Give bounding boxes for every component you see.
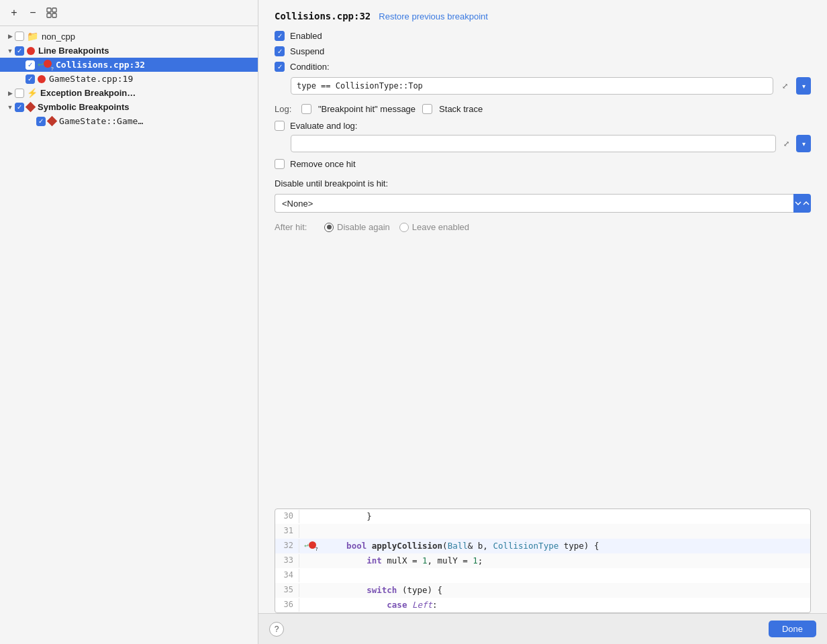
eval-label-row: Evaluate and log: bbox=[275, 121, 811, 131]
eval-input[interactable] bbox=[291, 135, 776, 152]
breakpoint-dot-icon bbox=[27, 47, 35, 55]
checkbox-line-bp[interactable] bbox=[15, 46, 24, 56]
code-line-31: 31 bbox=[275, 524, 810, 539]
tree-label-gamestate-game: GameState::Game… bbox=[59, 116, 143, 126]
tree-item-non-cpp[interactable]: 📁 non_cpp bbox=[0, 29, 258, 44]
log-row: Log: "Breakpoint hit" message Stack trac… bbox=[275, 104, 811, 114]
disclosure-exception bbox=[5, 89, 15, 98]
checkbox-exception-bp[interactable] bbox=[15, 89, 24, 98]
main-container: + − 📁 non_cpp bbox=[0, 0, 827, 644]
suspend-checkbox[interactable] bbox=[275, 46, 285, 56]
lightning-icon: ⚡ bbox=[27, 88, 38, 98]
stack-trace-checkbox[interactable] bbox=[422, 104, 432, 114]
tree-item-gamestate-game[interactable]: GameState::Game… bbox=[0, 114, 258, 128]
line-number-34: 34 bbox=[275, 569, 299, 582]
enabled-row: Enabled bbox=[275, 31, 811, 41]
checkbox-symbolic-bp[interactable] bbox=[15, 103, 24, 112]
breakpoint-hit-checkbox[interactable] bbox=[301, 104, 311, 114]
leave-enabled-option[interactable]: Leave enabled bbox=[399, 222, 469, 232]
condition-input[interactable] bbox=[291, 77, 773, 95]
checkbox-non-cpp[interactable] bbox=[15, 32, 24, 41]
eval-dropdown-button[interactable]: ▾ bbox=[796, 135, 811, 152]
svg-rect-2 bbox=[47, 13, 51, 17]
right-content: Collisions.cpp:32 Restore previous break… bbox=[258, 0, 827, 508]
done-button[interactable]: Done bbox=[769, 621, 816, 637]
tree-label-gamestate-cpp: GameState.cpp:19 bbox=[49, 74, 133, 84]
code-line-34: 34 bbox=[275, 568, 810, 583]
svg-rect-1 bbox=[52, 8, 56, 12]
leave-enabled-radio[interactable] bbox=[399, 223, 409, 232]
line-number-33: 33 bbox=[275, 554, 299, 567]
line-code-33: int mulX = 1, mulY = 1; bbox=[321, 554, 483, 568]
left-toolbar: + − bbox=[0, 0, 258, 26]
enabled-label: Enabled bbox=[290, 31, 322, 41]
disable-until-dropdown[interactable] bbox=[793, 194, 811, 213]
code-line-36: 36 case Left: bbox=[275, 598, 810, 612]
eval-row: Evaluate and log: ⤢ ▾ bbox=[275, 121, 811, 152]
tree-item-symbolic-bp[interactable]: Symbolic Breakpoints bbox=[0, 100, 258, 114]
remove-button[interactable]: − bbox=[26, 5, 40, 20]
line-code-35: switch (type) { bbox=[321, 584, 442, 597]
line-code-32: bool applyCollision(Ball& b, CollisionTy… bbox=[321, 539, 599, 553]
options-button[interactable] bbox=[44, 5, 59, 20]
remove-checkbox[interactable] bbox=[275, 159, 285, 169]
eval-label: Evaluate and log: bbox=[290, 121, 357, 131]
disable-again-option[interactable]: Disable again bbox=[324, 222, 390, 232]
line-number-32: 32 bbox=[275, 539, 299, 552]
line-number-30: 30 bbox=[275, 510, 299, 523]
condition-field: ⤢ ▾ bbox=[291, 77, 811, 95]
breakpoint-dot2-icon bbox=[38, 75, 46, 83]
add-button[interactable]: + bbox=[7, 5, 21, 20]
checkbox-gamestate-cpp[interactable] bbox=[26, 74, 35, 84]
code-area: 30 } 31 32 ↩ ? bbox=[275, 508, 811, 613]
tree-label-non-cpp: non_cpp bbox=[42, 32, 75, 42]
breakpoint-hit-label: "Breakpoint hit" message bbox=[318, 104, 416, 114]
eval-checkbox[interactable] bbox=[275, 121, 285, 131]
code-line-33: 33 int mulX = 1, mulY = 1; bbox=[275, 553, 810, 568]
tree-item-exception-bp[interactable]: ⚡ Exception Breakpoin… bbox=[0, 86, 258, 100]
help-button[interactable]: ? bbox=[269, 622, 284, 637]
code-line-30: 30 } bbox=[275, 509, 810, 524]
condition-dropdown-button[interactable]: ▾ bbox=[796, 77, 811, 95]
suspend-label: Suspend bbox=[290, 46, 324, 56]
after-hit-row: After hit: Disable again Leave enabled bbox=[275, 222, 811, 232]
disclosure-icon-line-bp bbox=[5, 46, 15, 56]
disable-again-radio[interactable] bbox=[324, 223, 334, 232]
tree-item-collisions-cpp[interactable]: ↩ ? Collisions.cpp:32 bbox=[0, 58, 258, 72]
tree-label-line-bp: Line Breakpoints bbox=[38, 46, 109, 56]
diamond-icon bbox=[26, 102, 36, 113]
tree-item-gamestate-cpp[interactable]: GameState.cpp:19 bbox=[0, 72, 258, 86]
disclosure-spacer3 bbox=[27, 117, 36, 126]
eval-input-row: ⤢ ▾ bbox=[291, 135, 811, 152]
stack-trace-label: Stack trace bbox=[439, 104, 483, 114]
restore-link[interactable]: Restore previous breakpoint bbox=[379, 11, 488, 21]
enabled-checkbox[interactable] bbox=[275, 31, 285, 41]
tree-area: 📁 non_cpp Line Breakpoints ↩ ? bbox=[0, 26, 258, 644]
line-code-36: case Left: bbox=[321, 598, 438, 612]
checkbox-gamestate-game[interactable] bbox=[36, 117, 46, 126]
line-number-35: 35 bbox=[275, 584, 299, 596]
suspend-row: Suspend bbox=[275, 46, 811, 56]
disable-until-input[interactable] bbox=[275, 194, 793, 213]
right-panel: Collisions.cpp:32 Restore previous break… bbox=[258, 0, 827, 644]
condition-row: Condition: bbox=[275, 62, 811, 72]
disclosure-spacer bbox=[16, 60, 26, 70]
checkbox-collisions-cpp[interactable] bbox=[26, 60, 35, 70]
condition-expand-button[interactable]: ⤢ bbox=[777, 78, 792, 93]
header-row: Collisions.cpp:32 Restore previous break… bbox=[275, 11, 811, 21]
line-number-36: 36 bbox=[275, 598, 299, 611]
code-line-35: 35 switch (type) { bbox=[275, 583, 810, 598]
tree-item-line-breakpoints[interactable]: Line Breakpoints bbox=[0, 44, 258, 58]
log-label: Log: bbox=[275, 104, 295, 114]
line-number-31: 31 bbox=[275, 525, 299, 537]
left-panel: + − 📁 non_cpp bbox=[0, 0, 258, 644]
condition-checkbox[interactable] bbox=[275, 62, 285, 72]
tree-label-symbolic-bp: Symbolic Breakpoints bbox=[38, 102, 130, 112]
leave-enabled-label: Leave enabled bbox=[412, 222, 469, 232]
svg-rect-0 bbox=[47, 8, 51, 12]
detail-title: Collisions.cpp:32 bbox=[275, 11, 371, 21]
code-line-32: 32 ↩ ? bool applyCollision(Ball& b, Coll… bbox=[275, 539, 810, 553]
line-code-30: } bbox=[321, 510, 372, 523]
eval-expand-button[interactable]: ⤢ bbox=[779, 136, 793, 151]
disable-until-label: Disable until breakpoint is hit: bbox=[275, 178, 811, 189]
